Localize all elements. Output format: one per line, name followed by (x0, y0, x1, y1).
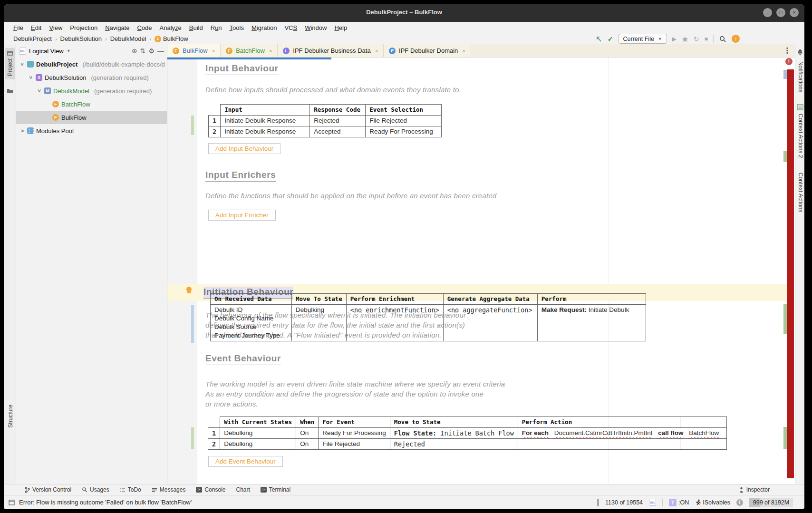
menu-projection[interactable]: Projection (66, 24, 101, 31)
menu-vcs[interactable]: VCS (280, 24, 301, 31)
run-configuration-select[interactable]: Current File▼ (619, 34, 667, 44)
input-cell[interactable]: Initiate Debulk Response (221, 126, 310, 137)
menu-window[interactable]: Window (301, 24, 330, 31)
tab-batchflow[interactable]: F BatchFlow × (221, 44, 278, 57)
hide-panel-icon[interactable]: — (157, 47, 164, 55)
minimize-button[interactable]: – (763, 8, 772, 17)
tree-row-modules-pool[interactable]: > ⋮⋮ Modules Pool (16, 124, 167, 137)
tool-window-usages[interactable]: Usages (82, 486, 109, 493)
menu-build[interactable]: Build (185, 24, 207, 31)
status-window-icon[interactable] (9, 500, 15, 505)
close-button[interactable]: × (790, 8, 799, 17)
response-code-cell[interactable]: Rejected (310, 116, 366, 126)
debug-icon[interactable] (682, 36, 688, 42)
add-input-enricher-button[interactable]: Add Input Enricher (208, 210, 276, 221)
caret-position-widget[interactable]: 1130 of 19554 (605, 499, 643, 506)
expand-chevron-icon[interactable]: > (28, 75, 34, 80)
menu-edit[interactable]: Edit (27, 24, 45, 31)
error-stripe-scrollbar[interactable] (787, 69, 794, 478)
tool-window-project[interactable]: Project (5, 48, 15, 79)
locate-file-icon[interactable]: ⊕ (132, 47, 137, 55)
breadcrumb-solution[interactable]: DebulkSolution (60, 35, 102, 42)
tool-window-chart[interactable]: Chart (236, 486, 250, 493)
expand-chevron-icon[interactable]: > (19, 62, 25, 67)
collapse-all-icon[interactable]: ⇅ (140, 47, 146, 55)
for-event-cell[interactable]: Ready For Processing (319, 428, 390, 439)
tab-close-icon[interactable]: × (269, 48, 272, 54)
run-icon[interactable]: ▶ (672, 36, 677, 42)
back-arrow-icon[interactable] (595, 35, 602, 42)
stop-icon[interactable]: ■ (705, 36, 708, 42)
breadcrumb-model[interactable]: DebulkModel (110, 35, 146, 42)
move-to-state-cell[interactable]: Flow State: Initiate Batch Flow (390, 428, 518, 439)
tab-close-icon[interactable]: × (212, 48, 215, 54)
breadcrumb-project[interactable]: DebulkProject (13, 35, 52, 42)
perform-cell[interactable]: Make Request: Initiate Debulk (537, 305, 646, 341)
response-code-cell[interactable]: Accepted (310, 126, 366, 137)
error-count-badge[interactable]: ! (785, 58, 793, 65)
intention-bulb-icon[interactable] (186, 287, 192, 292)
when-cell[interactable]: On (296, 428, 319, 439)
tool-window-terminal[interactable]: > Terminal (261, 486, 290, 493)
expand-chevron-icon[interactable]: > (37, 88, 42, 93)
menu-run[interactable]: Run (207, 24, 226, 31)
event-selection-cell[interactable]: File Rejected (366, 116, 442, 126)
menu-code[interactable]: Code (133, 24, 155, 31)
info-icon[interactable]: i (736, 499, 743, 506)
stripe-mark-added[interactable] (783, 427, 787, 449)
tree-row-project[interactable]: > DebulkProject (/build/debulk-example-d… (16, 58, 167, 71)
menu-file[interactable]: File (10, 24, 27, 31)
tab-business-data[interactable]: L IPF Debulker Business Data × (278, 44, 384, 57)
check-update-icon[interactable]: ✓ (608, 35, 613, 43)
menu-navigate[interactable]: Navigate (101, 24, 133, 31)
search-everywhere-icon[interactable] (719, 35, 726, 43)
tool-window-version-control[interactable]: Version Control (25, 486, 71, 493)
breadcrumb-file[interactable]: BulkFlow (163, 35, 188, 42)
add-event-behaviour-button[interactable]: Add Event Behaviour (208, 456, 283, 467)
view-selector[interactable]: Logical View (29, 48, 64, 55)
move-to-state-cell[interactable]: Debulking (292, 305, 347, 341)
ide-update-icon[interactable]: ↑ (732, 35, 740, 43)
current-states-cell[interactable]: Debulking (220, 439, 296, 450)
for-event-cell[interactable]: File Rejected (319, 439, 390, 450)
tool-window-todo[interactable]: ToDo (120, 486, 141, 493)
tree-row-solution[interactable]: > S DebulkSolution (generation required) (16, 71, 167, 84)
view-selector-chevron-icon[interactable]: ▼ (67, 48, 71, 53)
structure-stripe-label[interactable]: Structure (7, 405, 14, 428)
menu-migration[interactable]: Migration (248, 24, 280, 31)
maximize-button[interactable]: □ (776, 8, 785, 17)
tool-window-messages[interactable]: Messages (152, 486, 186, 493)
menu-tools[interactable]: Tools (226, 24, 248, 31)
rerun-icon[interactable]: ↻ (694, 35, 699, 43)
add-input-behaviour-button[interactable]: Add Input Behaviour (208, 143, 280, 154)
tracing-toggle[interactable]: T :ON (669, 499, 689, 506)
notifications-stripe-label[interactable]: Notifications (797, 61, 804, 92)
menu-analyze[interactable]: Analyze (156, 24, 185, 31)
menu-help[interactable]: Help (330, 24, 351, 31)
collapsed-chevron-icon[interactable]: > (20, 128, 25, 134)
memory-indicator-widget[interactable]: 999 of 8192M (749, 498, 793, 507)
generate-aggregate-cell[interactable]: <no aggregateFunction> (443, 305, 537, 341)
tree-row-model[interactable]: > M DebulkModel (generation required) (16, 84, 167, 97)
tab-options-icon[interactable]: ••• (786, 48, 788, 55)
perform-action-cell[interactable]: For each Document.CstmrCdtTrfInitn.PmtIn… (518, 428, 726, 439)
context-actions-list-icon[interactable] (797, 104, 803, 110)
on-received-data-cell[interactable]: Debulk ID Debulk Config Name Debulk Sour… (211, 305, 292, 341)
current-states-cell[interactable]: Debulking (220, 428, 296, 439)
event-selection-cell[interactable]: Ready For Processing (366, 126, 442, 137)
context-actions-stripe-label[interactable]: Context Actions (797, 173, 804, 212)
tool-window-console[interactable]: > Console (196, 486, 225, 493)
perform-action-cell[interactable] (518, 439, 680, 450)
dsl-status-icon[interactable]: DSL (649, 499, 656, 506)
tree-row-bulkflow-selected[interactable]: F BulkFlow (16, 111, 167, 124)
stripe-mark-added[interactable] (783, 304, 787, 334)
tree-row-batchflow[interactable]: F BatchFlow (16, 97, 167, 111)
notifications-bell-icon[interactable] (797, 49, 803, 56)
context-actions-2-stripe-label[interactable]: Context Actions 2 (797, 114, 804, 158)
stripe-mark-added[interactable] (783, 151, 787, 162)
menu-view[interactable]: View (45, 24, 66, 31)
input-cell[interactable]: Initiate Debulk Response (221, 116, 310, 126)
move-to-state-cell[interactable]: Rejected (390, 439, 518, 450)
tab-close-icon[interactable]: × (375, 48, 378, 54)
isolvables-widget[interactable]: ISolvables (695, 499, 730, 506)
